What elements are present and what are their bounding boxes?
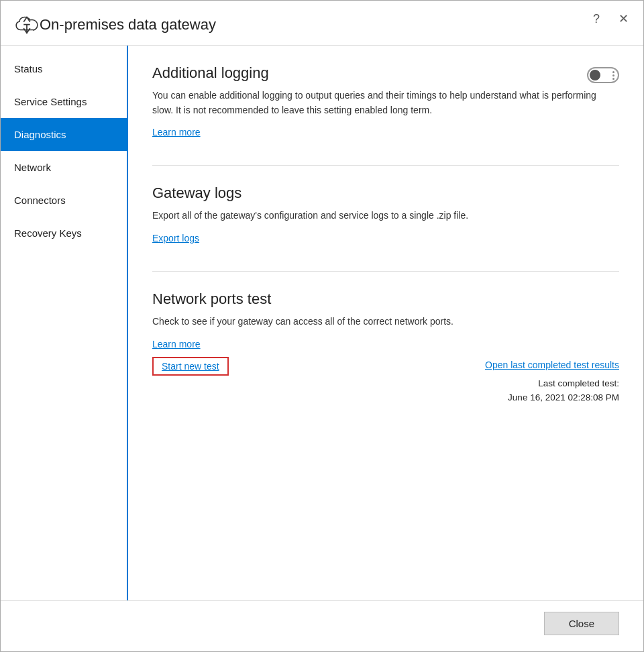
start-new-test-button[interactable]: Start new test [152,357,229,376]
additional-logging-title: Additional logging [152,64,576,82]
additional-logging-section: Additional logging [152,64,619,138]
network-ports-test-title: Network ports test [152,290,619,308]
gateway-logs-desc: Export all of the gateway's configuratio… [152,209,619,223]
network-ports-test-section: Network ports test Check to see if your … [152,290,619,405]
test-results-container: Open last completed test results Last co… [485,357,619,405]
network-ports-test-desc: Check to see if your gateway can access … [152,315,619,329]
sidebar-item-service-settings[interactable]: Service Settings [1,85,127,118]
divider-1 [152,165,619,166]
additional-logging-desc: You can enable additional logging to out… [152,89,619,117]
close-button[interactable]: Close [544,612,619,635]
toggle-thumb [590,70,600,80]
divider-2 [152,271,619,272]
gateway-logs-section: Gateway logs Export all of the gateway's… [152,184,619,244]
sidebar-item-network[interactable]: Network [1,151,127,184]
toggle-dot-3 [612,78,614,80]
body: Status Service Settings Diagnostics Netw… [1,46,643,600]
help-button[interactable]: ? [589,10,604,28]
start-test-container: Start new test [152,357,229,376]
main-window: On-premises data gateway ? ✕ Status Serv… [0,0,644,652]
additional-logging-learn-more[interactable]: Learn more [152,127,201,138]
network-test-row: Start new test Open last completed test … [152,357,619,405]
title-bar: On-premises data gateway ? ✕ [1,1,643,46]
app-title: On-premises data gateway [40,16,216,34]
last-completed-info: Last completed test: June 16, 2021 02:28… [485,376,619,405]
footer: Close [1,600,643,651]
last-completed-label: Last completed test: [538,378,619,388]
toggle-dots [612,71,614,80]
window-close-button[interactable]: ✕ [614,10,633,28]
network-ports-learn-more[interactable]: Learn more [152,339,201,349]
toggle-dot-2 [612,74,614,76]
sidebar-item-connectors[interactable]: Connectors [1,184,127,217]
sidebar: Status Service Settings Diagnostics Netw… [1,46,128,600]
toggle-track [587,67,619,83]
additional-logging-header: Additional logging [152,64,619,89]
main-content: Additional logging [128,46,643,600]
export-logs-link[interactable]: Export logs [152,233,199,243]
gateway-logs-title: Gateway logs [152,184,619,202]
sidebar-item-status[interactable]: Status [1,52,127,85]
open-last-results-link[interactable]: Open last completed test results [485,360,619,370]
spacer [152,429,619,584]
toggle-dot-1 [612,71,614,73]
sidebar-item-diagnostics[interactable]: Diagnostics [1,118,127,151]
app-icon [14,13,40,37]
window-controls: ? ✕ [589,10,633,28]
last-completed-date: June 16, 2021 02:28:08 PM [508,392,619,402]
additional-logging-toggle[interactable] [587,67,619,83]
sidebar-item-recovery-keys[interactable]: Recovery Keys [1,217,127,250]
